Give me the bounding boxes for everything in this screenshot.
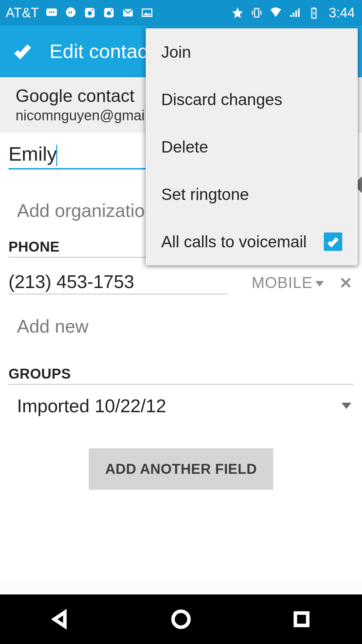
gmail-icon bbox=[122, 6, 134, 19]
blur-region bbox=[0, 580, 362, 594]
menu-item-delete[interactable]: Delete bbox=[146, 123, 358, 171]
svg-rect-13 bbox=[255, 8, 259, 17]
battery-icon bbox=[308, 6, 320, 19]
menu-item-label: Delete bbox=[161, 137, 208, 156]
menu-item-label: Discard changes bbox=[161, 90, 282, 109]
svg-point-1 bbox=[49, 11, 51, 13]
text-cursor bbox=[56, 145, 57, 166]
chevron-down-icon bbox=[341, 403, 351, 409]
svg-rect-21 bbox=[296, 613, 308, 626]
carrier-label: AT&T bbox=[6, 5, 39, 21]
voicemail-checkbox[interactable] bbox=[324, 232, 342, 251]
instagram-icon bbox=[83, 6, 96, 19]
nav-bar bbox=[0, 594, 362, 644]
add-another-field-button[interactable]: ADD ANOTHER FIELD bbox=[89, 448, 273, 490]
menu-item-label: All calls to voicemail bbox=[161, 232, 307, 251]
menu-item-label: Join bbox=[161, 42, 191, 62]
clock-label: 3:44 bbox=[329, 5, 355, 21]
group-dropdown[interactable]: Imported 10/22/12 bbox=[8, 395, 354, 438]
name-value: Emily bbox=[8, 143, 57, 165]
vibrate-icon bbox=[250, 6, 263, 19]
svg-rect-17 bbox=[313, 7, 315, 8]
phone-row: (213) 453-1753 MOBILE bbox=[8, 271, 354, 316]
signal-icon bbox=[288, 6, 301, 19]
svg-point-3 bbox=[53, 11, 55, 13]
svg-point-10 bbox=[111, 9, 113, 11]
svg-point-2 bbox=[51, 11, 53, 13]
back-button[interactable] bbox=[48, 607, 73, 632]
groups-section-label: GROUPS bbox=[8, 366, 354, 385]
home-button[interactable] bbox=[169, 607, 193, 632]
menu-item-set-ringtone[interactable]: Set ringtone bbox=[146, 171, 358, 218]
hangouts-icon bbox=[64, 6, 77, 19]
svg-point-7 bbox=[92, 9, 94, 11]
photo-icon bbox=[141, 6, 153, 19]
wifi-icon bbox=[269, 6, 282, 19]
phone-input[interactable]: (213) 453-1753 bbox=[8, 271, 228, 294]
menu-item-discard-changes[interactable]: Discard changes bbox=[146, 76, 358, 123]
menu-item-label: Set ringtone bbox=[161, 185, 249, 204]
group-value: Imported 10/22/12 bbox=[17, 395, 166, 416]
recents-button[interactable] bbox=[289, 607, 314, 632]
phone-type-label: MOBILE bbox=[252, 274, 313, 292]
svg-point-6 bbox=[88, 11, 92, 16]
sms-icon bbox=[45, 6, 58, 19]
svg-point-20 bbox=[173, 611, 189, 627]
overflow-menu: Join Discard changes Delete Set ringtone… bbox=[146, 28, 358, 265]
app-bar-title: Edit contact bbox=[49, 40, 153, 63]
instagram-icon-2 bbox=[103, 6, 115, 19]
menu-item-join[interactable]: Join bbox=[146, 28, 358, 76]
status-bar: AT&T 3:44 bbox=[0, 0, 362, 25]
star-icon bbox=[231, 6, 244, 19]
menu-item-voicemail[interactable]: All calls to voicemail bbox=[146, 218, 358, 265]
add-new-phone-button[interactable]: Add new bbox=[8, 316, 354, 366]
chevron-down-icon bbox=[315, 281, 324, 287]
phone-type-dropdown[interactable]: MOBILE bbox=[252, 274, 324, 292]
remove-phone-button[interactable] bbox=[338, 275, 354, 291]
svg-point-9 bbox=[107, 11, 111, 16]
done-button[interactable] bbox=[13, 41, 33, 61]
